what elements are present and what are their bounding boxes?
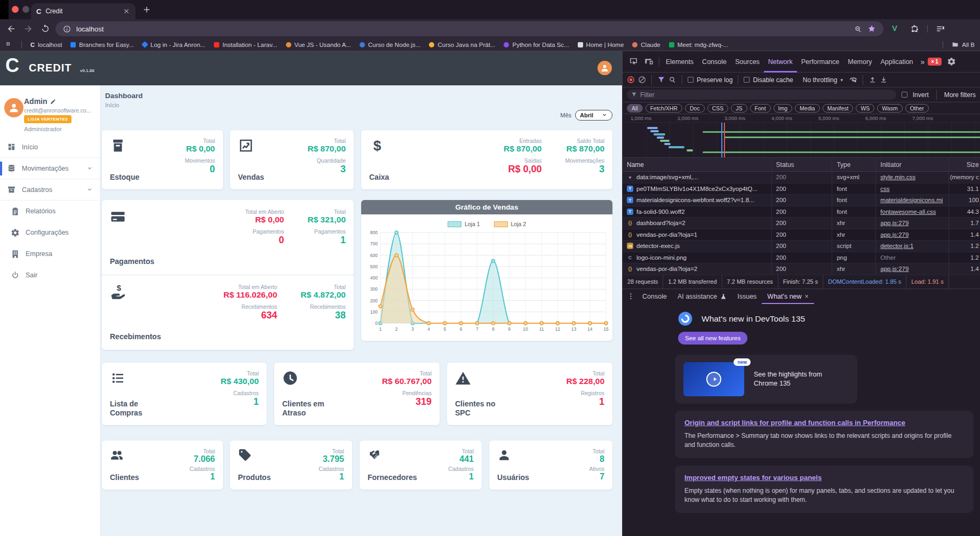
table-row[interactable]: JSdetector-exec.js 200 script detector.j… — [623, 241, 980, 252]
sidebar-item[interactable]: Movimentações — [0, 158, 100, 179]
back-button[interactable] — [6, 24, 16, 34]
forward-button[interactable] — [23, 24, 33, 34]
devtools-tab[interactable]: Sources — [731, 51, 764, 73]
type-chip[interactable]: Wasm — [877, 104, 902, 113]
type-chip[interactable]: WS — [856, 104, 874, 113]
sidebar-item[interactable]: Relatórios — [0, 201, 100, 222]
drawer-tab-issues[interactable]: Issues — [732, 289, 762, 305]
url-text[interactable]: localhost — [76, 25, 849, 33]
tab-close-icon[interactable] — [123, 7, 130, 15]
type-chip[interactable]: Fetch/XHR — [646, 104, 682, 113]
highlights-card[interactable]: new See the highlights from Chrome 135 — [675, 355, 857, 404]
column-header[interactable]: Name — [623, 158, 772, 171]
sidebar-item[interactable]: Configurações — [0, 222, 100, 243]
sidebar-item[interactable]: Sair — [0, 265, 100, 286]
device-toolbar-icon[interactable] — [644, 57, 654, 66]
network-overview[interactable] — [623, 123, 980, 158]
site-info-icon[interactable] — [63, 25, 71, 33]
request-initiator[interactable]: detector.js:1 — [880, 243, 913, 249]
new-tab-button[interactable] — [142, 5, 152, 14]
bookmark-item[interactable]: Curso Java na Prát... — [429, 42, 495, 48]
drawer-tab-whats-new[interactable]: What's new× — [762, 289, 814, 305]
disable-cache-checkbox[interactable] — [744, 77, 750, 83]
type-chip[interactable]: Img — [774, 104, 793, 113]
sidebar-item[interactable]: Início — [0, 137, 100, 158]
bookmark-item[interactable]: Log in - Jira Anron... — [142, 42, 205, 48]
request-initiator[interactable]: app.js:279 — [880, 266, 909, 272]
vue-devtools-icon[interactable]: V — [892, 23, 897, 33]
column-header[interactable]: Initiator — [876, 158, 949, 171]
type-chip[interactable]: All — [627, 104, 643, 113]
type-chip[interactable]: Other — [905, 104, 929, 113]
inspect-element-icon[interactable] — [629, 57, 638, 66]
month-select[interactable]: Abril — [575, 110, 612, 121]
reload-button[interactable] — [41, 24, 50, 34]
video-thumbnail[interactable]: new — [683, 362, 744, 396]
type-chip[interactable]: Manifest — [823, 104, 854, 113]
throttling-select[interactable]: No throttling — [803, 76, 838, 84]
export-har-icon[interactable] — [880, 76, 888, 84]
type-chip[interactable]: Media — [795, 104, 820, 113]
request-initiator[interactable]: Other — [880, 254, 896, 261]
table-row[interactable]: ▾data:image/svg+xml,... 200 svg+xml styl… — [623, 172, 980, 183]
header-avatar[interactable] — [597, 61, 612, 75]
bookmark-item[interactable]: Vue JS - Usando A... — [286, 42, 351, 48]
bookmark-item[interactable]: Curso de Node.js... — [360, 42, 420, 48]
see-all-features-button[interactable]: See all new features — [678, 332, 747, 345]
drawer-tab-console[interactable]: Console — [637, 289, 672, 305]
devtools-tab[interactable]: Memory — [843, 51, 876, 73]
zoom-out-icon[interactable] — [854, 25, 862, 33]
extensions-icon[interactable] — [910, 24, 920, 34]
devtools-tab[interactable]: Application — [876, 51, 917, 73]
invert-checkbox[interactable] — [902, 92, 907, 98]
devtools-settings-icon[interactable] — [947, 57, 956, 66]
play-icon[interactable] — [706, 372, 721, 387]
user-avatar[interactable] — [4, 98, 23, 117]
request-initiator[interactable]: css — [880, 186, 889, 192]
bookmark-item[interactable]: Python for Data Sc... — [504, 42, 569, 48]
table-row[interactable]: {}vendas-por-dia?loja=1 200 xhr app.js:2… — [623, 229, 980, 241]
devtools-tab[interactable]: Console — [698, 51, 731, 73]
column-header[interactable]: Type — [832, 158, 876, 171]
drawer-tab-ai-assistance[interactable]: AI assistance — [672, 289, 732, 305]
network-conditions-icon[interactable] — [849, 76, 857, 84]
close-icon[interactable]: × — [805, 293, 809, 300]
address-bar[interactable]: localhost — [55, 21, 883, 36]
filter-icon[interactable] — [657, 76, 665, 84]
table-row[interactable]: Tfa-solid-900.woff2 200 font fontawesome… — [623, 206, 980, 218]
devtools-tab[interactable]: Network — [764, 51, 797, 73]
section-title-link[interactable]: Origin and script links for profile and … — [684, 419, 964, 427]
type-chip[interactable]: Font — [750, 104, 771, 113]
edit-profile-icon[interactable] — [50, 99, 56, 105]
sidebar-item[interactable]: Empresa — [0, 243, 100, 265]
preserve-log-checkbox[interactable] — [688, 77, 694, 83]
table-row[interactable]: Tmaterialdesignicons-webfont.woff2?v=1.8… — [623, 195, 980, 206]
devtools-tab[interactable]: Elements — [662, 51, 698, 73]
close-window-button[interactable] — [12, 6, 19, 13]
more-filters-label[interactable]: More filters — [944, 91, 976, 99]
clear-icon[interactable] — [638, 76, 646, 84]
request-initiator[interactable]: fontawesome-all.css — [880, 209, 936, 215]
browser-tab[interactable]: C Credit — [31, 3, 136, 19]
devtools-tab[interactable]: Performance — [797, 51, 844, 73]
request-initiator[interactable]: app.js:279 — [880, 220, 909, 226]
sidebar-item[interactable]: Cadastros — [0, 179, 100, 201]
request-initiator[interactable]: app.js:279 — [880, 231, 909, 238]
reading-list-icon[interactable] — [936, 24, 945, 34]
type-chip[interactable]: CSS — [707, 104, 729, 113]
bookmark-item[interactable]: C localhost — [30, 42, 62, 48]
import-har-icon[interactable] — [869, 76, 877, 84]
all-bookmarks-button[interactable]: All B — [952, 41, 975, 48]
column-header[interactable]: Status — [772, 158, 833, 171]
bookmark-item[interactable]: Claude — [632, 42, 660, 48]
table-row[interactable]: Tpe0TMImSLYBIv1o4X1M8ce2xCx3yop4tQ... 20… — [623, 183, 980, 195]
request-initiator[interactable]: materialdesignicons.mi — [880, 197, 943, 203]
section-title-link[interactable]: Improved empty states for various panels — [684, 474, 964, 482]
column-header[interactable]: Size — [949, 158, 980, 171]
apps-grid-icon[interactable] — [5, 41, 13, 49]
bookmark-star-icon[interactable] — [867, 25, 876, 33]
bookmark-item[interactable]: Installation - Larav... — [214, 42, 277, 48]
table-row[interactable]: {}dashboard?loja=2 200 xhr app.js:279 1.… — [623, 218, 980, 229]
search-icon[interactable] — [668, 76, 676, 84]
type-chip[interactable]: JS — [731, 104, 747, 113]
